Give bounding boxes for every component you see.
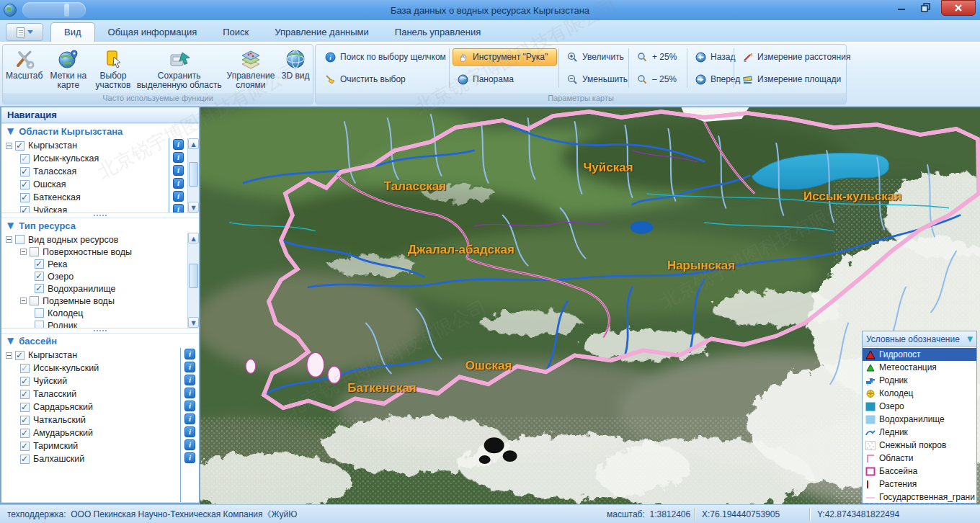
info-button[interactable]: i: [173, 139, 184, 150]
legend-item-reservoir[interactable]: Водохранилище: [863, 413, 976, 426]
legend-item-lake[interactable]: Озеро: [863, 400, 976, 413]
scroll-up-icon[interactable]: ▲: [188, 138, 199, 149]
checkbox[interactable]: [30, 247, 39, 256]
back-button[interactable]: Назад: [690, 48, 731, 66]
checkbox[interactable]: [35, 308, 44, 318]
clear-selection-button[interactable]: Очистить выбор: [320, 71, 448, 88]
info-button[interactable]: i: [173, 178, 184, 189]
zoom-in-button[interactable]: Увеличить: [562, 48, 627, 66]
tree-item[interactable]: Таласский: [1, 388, 180, 401]
info-button[interactable]: i: [173, 152, 184, 163]
tab-panel-upravleniya[interactable]: Панель управления: [382, 23, 494, 42]
zoom-minus-25-button[interactable]: – 25%: [632, 71, 685, 88]
checkbox[interactable]: [35, 259, 44, 269]
tree-item[interactable]: Река: [1, 258, 187, 270]
app-menu-button[interactable]: [6, 23, 43, 41]
info-button[interactable]: i: [173, 165, 184, 176]
legend-collapse-icon[interactable]: ▼: [967, 335, 973, 343]
hand-tool-button[interactable]: Инструмент "Рука": [453, 48, 557, 66]
legend-item-basin[interactable]: Бассейна: [863, 465, 976, 478]
scrollbar[interactable]: ▲ ▼: [187, 233, 199, 328]
info-button[interactable]: i: [184, 401, 195, 411]
legend-item-plants[interactable]: Растения: [863, 478, 976, 491]
tree-item[interactable]: Чаткальский: [1, 414, 180, 426]
checkbox[interactable]: [35, 284, 44, 293]
info-button[interactable]: i: [184, 452, 195, 463]
info-button[interactable]: i: [184, 362, 195, 372]
tab-vid[interactable]: Вид: [50, 22, 95, 42]
info-button[interactable]: i: [184, 388, 195, 398]
scroll-thumb[interactable]: [189, 264, 198, 288]
tree-item[interactable]: Сардарьяский: [1, 401, 180, 414]
tree-item[interactable]: Кыргызстан: [1, 349, 180, 362]
map-viewport[interactable]: Таласская Чуйская Иссык-кульская Джалал-…: [200, 107, 980, 504]
tree-item[interactable]: Ошская: [1, 178, 169, 191]
tree-item[interactable]: Баткенская: [1, 191, 169, 204]
section-header-tip-resursa[interactable]: ▼ Тип ресурса: [1, 218, 199, 233]
scrollbar[interactable]: ▲ ▼: [187, 138, 199, 213]
legend-item-meteostation[interactable]: Метеостанция: [863, 361, 976, 374]
info-button[interactable]: i: [184, 375, 195, 385]
checkbox[interactable]: [20, 364, 30, 373]
tree-item[interactable]: Таримский: [1, 439, 180, 452]
checkbox[interactable]: [20, 429, 30, 438]
tree-item[interactable]: Балхашский: [1, 452, 180, 465]
legend-item-well[interactable]: Колодец: [863, 387, 976, 400]
tab-upravlenie-dannymi[interactable]: Управление данными: [262, 23, 382, 42]
restore-button[interactable]: [917, 0, 935, 14]
zoom-plus-25-button[interactable]: + 25%: [632, 48, 685, 66]
checkbox[interactable]: [20, 390, 30, 399]
checkbox[interactable]: [20, 442, 30, 451]
legend-item-hydropost[interactable]: Гидропост: [863, 348, 976, 361]
checkbox[interactable]: [20, 167, 30, 176]
expander-icon[interactable]: [20, 298, 27, 304]
scroll-down-icon[interactable]: ▼: [188, 202, 199, 213]
checkbox[interactable]: [20, 154, 30, 164]
scroll-up-icon[interactable]: ▲: [188, 233, 199, 243]
legend-item-glacier[interactable]: Ледник: [863, 426, 976, 439]
legend-item-state-border[interactable]: Государственная_грани: [863, 491, 976, 503]
checkbox[interactable]: [20, 193, 30, 202]
close-button[interactable]: [941, 0, 976, 16]
tree-item[interactable]: Чуйский: [1, 375, 180, 388]
legend-item-oblast[interactable]: Области: [863, 452, 976, 465]
checkbox[interactable]: [20, 416, 30, 425]
expander-icon[interactable]: [6, 236, 12, 243]
layer-management-button[interactable]: Управление слоями: [223, 46, 278, 94]
info-button[interactable]: i: [184, 349, 195, 359]
section-header-oblasti[interactable]: ▼ Области Кыргызстана: [1, 123, 199, 138]
tree-item[interactable]: Иссык-кульский: [1, 362, 180, 375]
checkbox[interactable]: [35, 272, 44, 281]
tree-item[interactable]: Таласская: [1, 165, 169, 178]
tree-item[interactable]: Кыргызстан: [1, 139, 169, 152]
save-selected-area-button[interactable]: Сохранить выделенную область: [135, 46, 223, 94]
checkbox[interactable]: [30, 296, 39, 305]
tree-item[interactable]: Иссык-кульская: [1, 152, 169, 165]
checkbox[interactable]: [20, 206, 30, 213]
info-button[interactable]: i: [184, 439, 195, 450]
scroll-thumb[interactable]: [189, 162, 198, 187]
info-button[interactable]: i: [184, 414, 195, 424]
map-marks-button[interactable]: Метки на карте: [45, 46, 91, 94]
tree-item[interactable]: Родник: [1, 319, 187, 328]
expander-icon[interactable]: [6, 143, 12, 149]
search-by-click-button[interactable]: i Поиск по выбору щелчком: [320, 48, 448, 66]
checkbox[interactable]: [20, 180, 30, 189]
checkbox[interactable]: [35, 321, 44, 328]
tab-obshchaya-informatsiya[interactable]: Общая информация: [95, 23, 210, 42]
tree-item[interactable]: Водохранилище: [1, 282, 187, 295]
select-areas-button[interactable]: Выбор участков: [91, 46, 135, 94]
expander-icon[interactable]: [6, 352, 12, 359]
legend-item-spring[interactable]: Родник: [863, 374, 976, 387]
checkbox[interactable]: [15, 351, 24, 360]
tree-item[interactable]: Амударьяский: [1, 426, 180, 439]
measure-area-button[interactable]: Измерение площади: [737, 71, 979, 88]
section-header-bassein[interactable]: ▼ бассейн: [1, 333, 199, 348]
panorama-button[interactable]: Панорама: [453, 71, 557, 88]
tree-item[interactable]: Чуйская: [1, 204, 169, 213]
info-button[interactable]: i: [184, 426, 195, 437]
tree-item[interactable]: Озеро: [1, 270, 187, 282]
info-button[interactable]: i: [173, 204, 184, 213]
tree-item[interactable]: Поверхностные воды: [1, 246, 187, 258]
scroll-down-icon[interactable]: ▼: [188, 317, 199, 328]
